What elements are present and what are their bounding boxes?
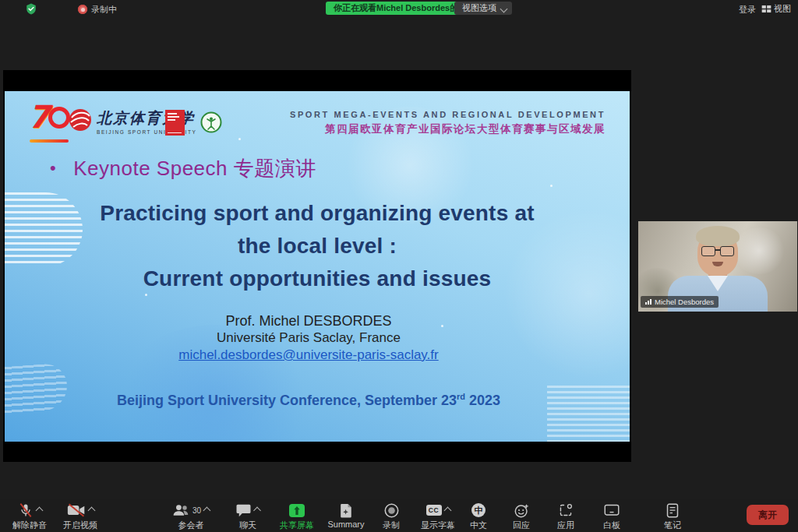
author-name: Prof. Michel DESBORDES: [5, 312, 613, 329]
login-button[interactable]: 登录: [739, 4, 756, 16]
anniversary-ring: [48, 107, 70, 129]
business-school-logo: [165, 110, 185, 136]
encryption-shield-icon[interactable]: [26, 3, 37, 18]
slide-header-english: SPORT MEGA-EVENTS AND REGIONAL DEVELOPME…: [290, 110, 606, 119]
participant-glasses: [701, 246, 735, 255]
record-button[interactable]: 录制: [383, 502, 400, 531]
microphone-muted-icon: [18, 502, 34, 518]
share-screen-icon: [289, 504, 305, 517]
participants-count-badge: 30: [192, 506, 201, 515]
participants-icon: [172, 503, 189, 517]
video-nameplate: Michel Desbordes: [641, 296, 719, 308]
start-video-button[interactable]: 开启视频: [63, 502, 97, 531]
apps-label: 应用: [557, 520, 574, 531]
layout-grid-icon: [761, 5, 772, 13]
chat-button[interactable]: 聊天: [236, 502, 260, 531]
audio-signal-icon: [645, 299, 651, 305]
reactions-label: 回应: [513, 520, 530, 531]
participants-button[interactable]: 30 参会者: [172, 502, 210, 531]
captions-options-chevron[interactable]: [443, 506, 451, 514]
camera-off-icon: [67, 503, 86, 517]
title-line-1: Practicing sport and organizing events a…: [5, 197, 630, 230]
unmute-label: 解除静音: [12, 520, 47, 531]
whiteboard-button[interactable]: 白板: [603, 502, 620, 531]
share-screen-button[interactable]: 共享屏幕: [280, 502, 314, 531]
conference-text: Beijing Sport University Conference, Sep…: [117, 393, 457, 408]
participants-label: 参会者: [178, 520, 204, 531]
record-icon: [384, 503, 399, 518]
title-line-3: Current opportunities and issues: [5, 262, 630, 295]
captions-label: 显示字幕: [421, 520, 455, 531]
captions-button[interactable]: CC 显示字幕: [421, 502, 455, 531]
author-affiliation: Université Paris Saclay, France: [5, 329, 613, 347]
video-options-chevron[interactable]: [87, 506, 95, 514]
summary-button[interactable]: Summary: [327, 502, 364, 529]
anniversary-70-logo: 7: [28, 102, 73, 144]
apps-button[interactable]: 应用: [557, 502, 574, 531]
cc-icon: CC: [426, 505, 442, 516]
keynote-line: •Keynote Speech 专题演讲: [50, 155, 316, 182]
whiteboard-icon: [604, 504, 620, 517]
smiley-reaction-icon: [514, 503, 529, 518]
sparkle-dot: [550, 185, 553, 187]
recording-indicator-icon[interactable]: [78, 5, 87, 14]
whiteboard-label: 白板: [603, 520, 620, 531]
leave-meeting-button[interactable]: 离开: [747, 505, 789, 525]
chat-label: 聊天: [239, 520, 256, 531]
notes-button[interactable]: 笔记: [664, 502, 681, 531]
unmute-button[interactable]: 解除静音: [12, 502, 47, 531]
bullet-glyph: •: [50, 158, 56, 178]
view-layout-button[interactable]: 视图: [761, 3, 791, 15]
title-line-2: the local level :: [5, 230, 630, 262]
mic-options-chevron[interactable]: [35, 506, 43, 514]
conference-line: Beijing Sport University Conference, Sep…: [5, 392, 613, 409]
green-emblem-logo: [200, 111, 222, 136]
view-label: 视图: [774, 3, 791, 15]
meeting-top-bar: 录制中 你正在观看Michel Desbordes的屏幕 视图选项 登录 视图: [0, 0, 798, 17]
participant-name-label: Michel Desbordes: [655, 298, 714, 306]
summary-label: Summary: [327, 520, 364, 529]
chat-options-chevron[interactable]: [253, 506, 261, 514]
record-label: 录制: [383, 520, 400, 531]
notes-label: 笔记: [664, 520, 681, 531]
conference-year: 2023: [465, 393, 500, 408]
share-screen-label: 共享屏幕: [280, 520, 314, 531]
participant-hair: [696, 226, 740, 246]
slide-header-chinese: 第四届欧亚体育产业国际论坛大型体育赛事与区域发展: [325, 122, 606, 136]
conference-ordinal: rd: [457, 392, 465, 401]
reactions-button[interactable]: 回应: [513, 502, 530, 531]
participant-video-tile[interactable]: Michel Desbordes: [638, 221, 797, 312]
chat-bubble-icon: [236, 503, 252, 517]
apps-icon: [559, 503, 573, 517]
chevron-down-icon: [500, 5, 508, 13]
slide-title: Practicing sport and organizing events a…: [5, 197, 630, 295]
author-email-link[interactable]: michel.desbordes@universite-paris-saclay…: [5, 347, 613, 364]
meeting-toolbar: 解除静音 开启视频 30 参会者: [0, 499, 798, 532]
summary-doc-icon: [340, 503, 353, 518]
language-button[interactable]: 中 中文: [470, 502, 487, 531]
shared-screen-region: 7 北京体育大学 BEIJING SPORT UNIVERSITY: [3, 70, 631, 462]
language-label: 中文: [470, 520, 487, 531]
view-options-dropdown[interactable]: 视图选项: [454, 2, 512, 15]
chinese-language-icon: 中: [471, 503, 486, 517]
recording-status-label: 录制中: [91, 4, 117, 16]
keynote-text: Keynote Speech 专题演讲: [73, 157, 316, 180]
bsu-swirl-icon: [69, 108, 92, 132]
anniversary-digit: 7: [28, 99, 50, 135]
start-video-label: 开启视频: [63, 520, 97, 531]
presentation-slide: 7 北京体育大学 BEIJING SPORT UNIVERSITY: [5, 91, 630, 442]
author-block: Prof. Michel DESBORDES Université Paris …: [5, 312, 613, 364]
anniversary-bar: [30, 139, 69, 143]
view-options-label: 视图选项: [462, 3, 496, 12]
video-background-light: [732, 227, 786, 274]
notes-icon: [666, 503, 679, 518]
participants-options-chevron[interactable]: [203, 506, 211, 514]
